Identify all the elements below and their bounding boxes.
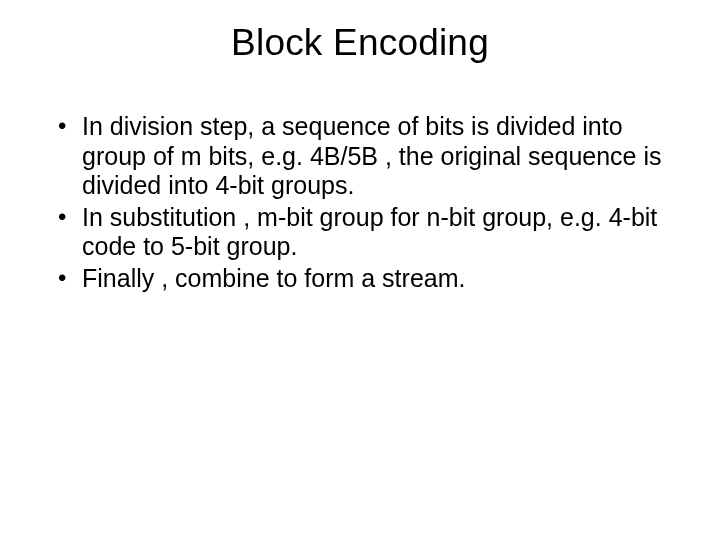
slide-body: In division step, a sequence of bits is … [0,64,720,293]
bullet-item: Finally , combine to form a stream. [56,264,678,294]
slide-title: Block Encoding [0,0,720,64]
bullet-list: In division step, a sequence of bits is … [56,112,678,293]
bullet-item: In division step, a sequence of bits is … [56,112,678,201]
slide: Block Encoding In division step, a seque… [0,0,720,540]
bullet-item: In substitution , m-bit group for n-bit … [56,203,678,262]
